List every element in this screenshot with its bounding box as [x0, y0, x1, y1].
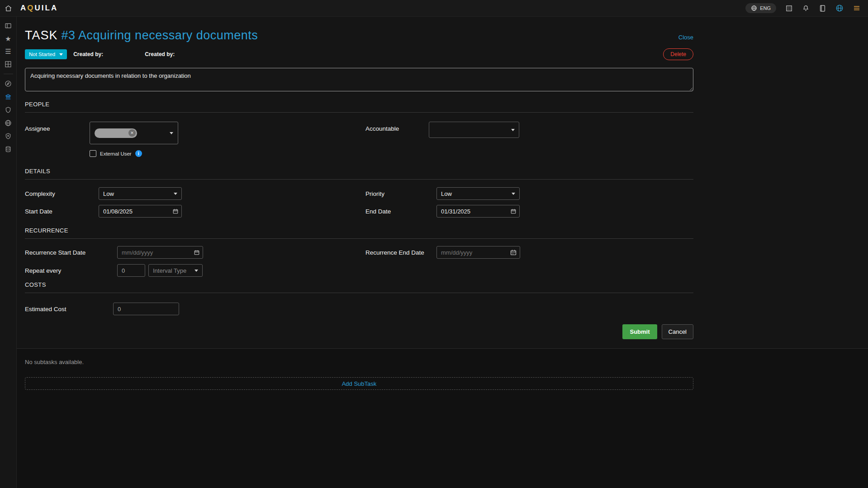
recurrence-end-field — [436, 246, 520, 259]
submit-button[interactable]: Submit — [622, 324, 657, 339]
section-divider — [25, 112, 693, 113]
section-divider — [25, 179, 693, 180]
compass-icon[interactable] — [5, 80, 12, 87]
status-label: Not Started — [29, 52, 55, 57]
logo-part-2: Q — [27, 4, 34, 12]
language-label: ENG — [760, 5, 771, 11]
repeat-every-label: Repeat every — [25, 267, 117, 274]
chevron-down-icon — [59, 53, 63, 56]
section-divider — [25, 238, 693, 239]
delete-button[interactable]: Delete — [663, 48, 693, 60]
book-icon[interactable] — [819, 5, 826, 12]
title-prefix: TASK — [25, 28, 58, 42]
chevron-down-icon — [511, 129, 515, 131]
recurrence-start-input[interactable] — [117, 246, 203, 259]
repeat-every-input[interactable] — [117, 264, 145, 277]
calendar-icon[interactable] — [510, 208, 517, 214]
add-subtask-button[interactable]: Add SubTask — [25, 377, 693, 390]
recurrence-start-label: Recurrence Start Date — [25, 249, 117, 256]
created-by-label-2: Created by: — [145, 51, 175, 57]
topbar-right: ENG — [745, 3, 861, 13]
shield-icon[interactable] — [5, 106, 12, 114]
chevron-down-icon — [512, 193, 515, 195]
logo-part-1: A — [20, 4, 27, 12]
description-textarea[interactable]: Acquiring necessary documents in relatio… — [25, 68, 693, 91]
menu-icon[interactable] — [853, 4, 861, 12]
star-icon[interactable]: ★ — [5, 35, 11, 42]
topbar-left: AQUILA — [0, 4, 58, 13]
globe-icon — [751, 5, 757, 11]
organization-icon[interactable] — [785, 5, 793, 12]
globe-nav-icon[interactable] — [5, 119, 12, 127]
title-text: #3 Acquiring necessary documents — [62, 28, 258, 42]
external-user-label: External User — [100, 151, 132, 156]
app-logo: AQUILA — [20, 4, 58, 13]
external-user-checkbox[interactable] — [90, 150, 96, 157]
page-title: TASK#3 Acquiring necessary documents — [25, 28, 258, 43]
complexity-value: Low — [103, 190, 114, 197]
recurrence-end-input[interactable] — [436, 246, 520, 259]
world-icon[interactable] — [835, 4, 844, 12]
chevron-down-icon — [194, 270, 198, 272]
interval-type-placeholder: Interval Type — [153, 267, 186, 274]
list-icon[interactable]: ☰ — [5, 48, 11, 55]
section-heading-people: PEOPLE — [25, 101, 693, 108]
priority-label: Priority — [365, 190, 436, 197]
status-dropdown[interactable]: Not Started — [25, 49, 67, 59]
panel-toggle-icon[interactable] — [5, 22, 12, 29]
chevron-down-icon — [174, 193, 177, 195]
security-shield-icon[interactable] — [5, 133, 12, 140]
recurrence-end-label: Recurrence End Date — [365, 249, 436, 256]
topbar: AQUILA ENG — [0, 0, 868, 17]
recurrence-start-field — [117, 246, 203, 259]
created-by-label-1: Created by: — [73, 51, 103, 57]
priority-value: Low — [441, 190, 452, 197]
close-link[interactable]: Close — [678, 34, 693, 41]
bank-icon[interactable] — [5, 93, 12, 100]
language-button[interactable]: ENG — [745, 3, 776, 13]
estimated-cost-label: Estimated Cost — [25, 306, 113, 313]
assignee-chip: ✕ — [95, 128, 137, 138]
end-date-label: End Date — [365, 208, 436, 215]
grid-icon[interactable] — [5, 61, 12, 68]
end-date-input[interactable] — [436, 205, 520, 218]
assignee-stack: ✕ External User i — [90, 122, 178, 157]
database-icon[interactable] — [5, 146, 12, 153]
sidebar-divider — [4, 74, 13, 74]
section-divider — [25, 293, 693, 293]
home-icon[interactable] — [0, 5, 17, 12]
info-icon[interactable]: i — [135, 150, 142, 157]
subtasks-empty-text: No subtasks available. — [25, 359, 693, 365]
complexity-label: Complexity — [25, 190, 99, 197]
estimated-cost-input[interactable] — [113, 303, 179, 315]
start-date-input[interactable] — [99, 205, 182, 218]
sidebar: ★ ☰ — [0, 17, 17, 488]
start-date-field — [99, 205, 182, 218]
chevron-down-icon — [170, 132, 173, 134]
section-heading-details: DETAILS — [25, 168, 693, 175]
bell-icon[interactable] — [802, 5, 810, 12]
accountable-select[interactable] — [429, 122, 519, 138]
assignee-combobox[interactable]: ✕ — [90, 122, 178, 144]
section-heading-recurrence: RECURRENCE — [25, 227, 693, 234]
subtasks-section: No subtasks available. Add SubTask — [17, 349, 868, 390]
priority-select[interactable]: Low — [436, 187, 520, 200]
start-date-label: Start Date — [25, 208, 99, 215]
main-content: TASK#3 Acquiring necessary documents Clo… — [17, 17, 868, 488]
accountable-label: Accountable — [365, 122, 429, 132]
interval-type-select[interactable]: Interval Type — [148, 264, 203, 277]
assignee-label: Assignee — [25, 122, 90, 132]
calendar-icon[interactable] — [510, 249, 517, 256]
complexity-select[interactable]: Low — [99, 187, 182, 200]
task-panel: TASK#3 Acquiring necessary documents Clo… — [17, 17, 868, 349]
chip-remove-icon[interactable]: ✕ — [128, 129, 136, 137]
cancel-button[interactable]: Cancel — [662, 324, 693, 339]
logo-part-3: UILA — [35, 4, 58, 12]
calendar-icon[interactable] — [172, 208, 179, 214]
calendar-icon[interactable] — [194, 249, 200, 256]
section-heading-costs: COSTS — [25, 281, 693, 288]
end-date-field — [436, 205, 520, 218]
